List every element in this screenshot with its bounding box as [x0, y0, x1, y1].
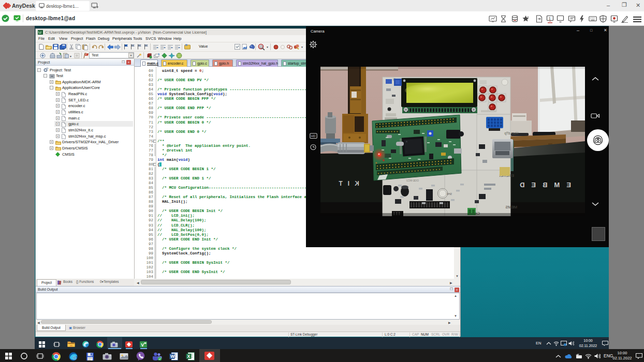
svg-text:V: V	[141, 342, 144, 348]
svg-text:HD: HD	[311, 134, 316, 138]
svg-text:1: 1	[549, 16, 551, 21]
svg-text:W: W	[170, 354, 175, 359]
svg-text:Q: Q	[260, 45, 263, 49]
svg-text:X: X	[187, 354, 191, 359]
